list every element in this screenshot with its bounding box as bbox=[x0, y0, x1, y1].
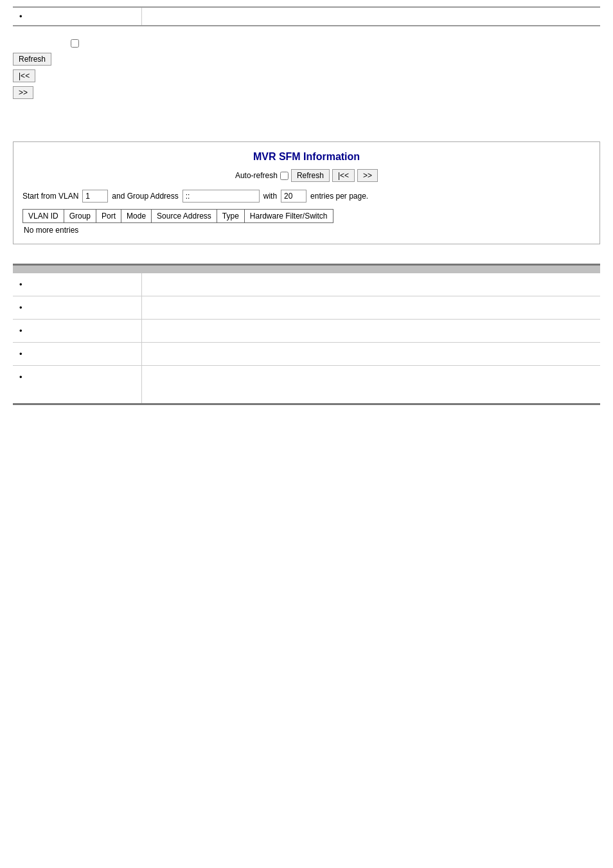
desc-row-4 bbox=[13, 343, 600, 366]
desc-row1-col2 bbox=[141, 273, 600, 296]
desc-col2-header bbox=[141, 265, 600, 274]
with-label: with bbox=[263, 192, 277, 201]
bottom-desc-table bbox=[13, 264, 600, 405]
desc-row3-col1 bbox=[13, 320, 141, 343]
desc-bullet-2 bbox=[19, 303, 26, 312]
entries-per-page-input[interactable] bbox=[281, 190, 306, 203]
mvr-first-button[interactable]: |<< bbox=[332, 169, 355, 182]
start-from-label: Start from VLAN bbox=[22, 192, 78, 201]
auto-refresh-checkbox[interactable] bbox=[71, 39, 79, 48]
top-table-col2 bbox=[141, 7, 600, 26]
desc-row2-col2 bbox=[141, 296, 600, 320]
refresh-btn-row: Refresh bbox=[13, 53, 600, 66]
mvr-auto-refresh-label: Auto-refresh bbox=[235, 171, 278, 180]
desc-bullet-5 bbox=[19, 372, 26, 382]
desc-row5-col1 bbox=[13, 366, 141, 404]
desc-bullet-1 bbox=[19, 280, 26, 289]
mvr-table-wrapper: VLAN ID Group Port Mode Source Address T… bbox=[22, 209, 591, 235]
spacer-1 bbox=[13, 109, 600, 135]
desc-bullet-4 bbox=[19, 349, 26, 359]
th-type: Type bbox=[217, 210, 244, 223]
mvr-auto-refresh-checkbox[interactable] bbox=[280, 172, 289, 180]
mvr-sfm-panel: MVR SFM Information Auto-refresh Refresh… bbox=[13, 141, 600, 244]
first-btn-row: |<< bbox=[13, 69, 600, 82]
th-port: Port bbox=[96, 210, 121, 223]
entries-per-page-label: entries per page. bbox=[310, 192, 368, 201]
th-mode: Mode bbox=[121, 210, 152, 223]
start-from-input[interactable] bbox=[82, 190, 108, 203]
refresh-button[interactable]: Refresh bbox=[13, 53, 51, 66]
top-bullet-1 bbox=[19, 12, 26, 21]
mvr-panel-controls: Auto-refresh Refresh |<< >> bbox=[22, 169, 591, 182]
desc-row5-col2 bbox=[141, 366, 600, 404]
no-entries-label: No more entries bbox=[22, 223, 591, 235]
desc-row1-col1 bbox=[13, 273, 141, 296]
mvr-filter-row: Start from VLAN and Group Address with e… bbox=[22, 190, 591, 203]
next-btn-row: >> bbox=[13, 86, 600, 99]
desc-row4-col2 bbox=[141, 343, 600, 366]
auto-refresh-row bbox=[71, 39, 600, 48]
mvr-panel-title: MVR SFM Information bbox=[22, 151, 591, 163]
desc-row3-col2 bbox=[141, 320, 600, 343]
desc-table-header-row bbox=[13, 265, 600, 274]
desc-row-3 bbox=[13, 320, 600, 343]
desc-row-1 bbox=[13, 273, 600, 296]
desc-row-2 bbox=[13, 296, 600, 320]
desc-col1-header bbox=[13, 265, 141, 274]
th-vlan-id: VLAN ID bbox=[23, 210, 64, 223]
and-group-label: and Group Address bbox=[112, 192, 178, 201]
desc-row-5 bbox=[13, 366, 600, 404]
desc-row4-col1 bbox=[13, 343, 141, 366]
mvr-next-button[interactable]: >> bbox=[357, 169, 378, 182]
mvr-data-table: VLAN ID Group Port Mode Source Address T… bbox=[22, 209, 333, 223]
th-hardware-filter: Hardware Filter/Switch bbox=[244, 210, 333, 223]
th-source-address: Source Address bbox=[152, 210, 217, 223]
controls-section: Refresh |<< >> bbox=[13, 39, 600, 99]
next-button[interactable]: >> bbox=[13, 86, 33, 99]
group-address-input[interactable] bbox=[182, 190, 260, 203]
top-table-col1 bbox=[13, 7, 141, 26]
first-button[interactable]: |<< bbox=[13, 69, 35, 82]
mvr-table-header-row: VLAN ID Group Port Mode Source Address T… bbox=[23, 210, 333, 223]
th-group: Group bbox=[64, 210, 96, 223]
mvr-refresh-button[interactable]: Refresh bbox=[291, 169, 330, 182]
desc-bullet-3 bbox=[19, 326, 26, 336]
desc-row2-col1 bbox=[13, 296, 141, 320]
top-section-table bbox=[13, 6, 600, 26]
